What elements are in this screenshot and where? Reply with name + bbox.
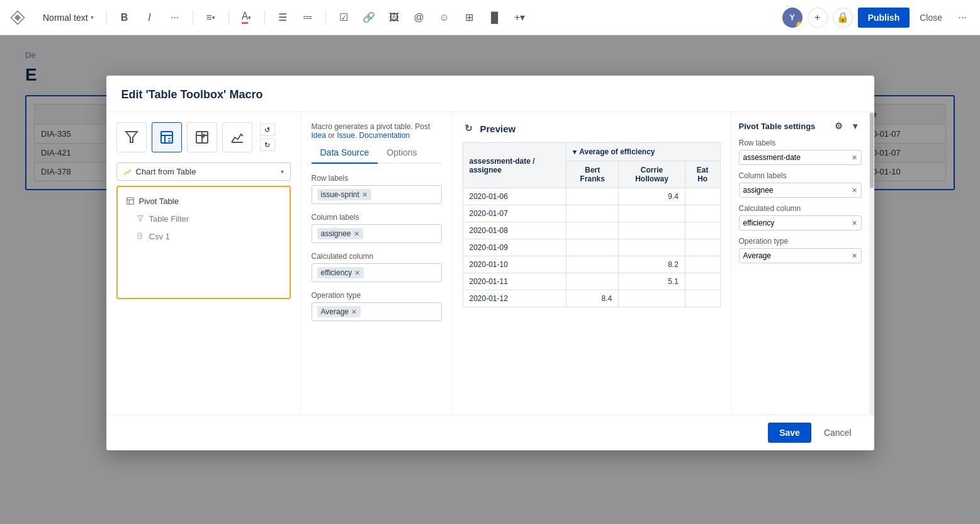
bullet-list-button[interactable]: ☰ [273, 8, 293, 28]
panel-description: Macro generates a pivot table. Post Idea… [312, 122, 442, 140]
source-tree: Pivot Table Table Filter [116, 186, 291, 299]
pivot-calc-close-icon[interactable]: ✕ [852, 219, 857, 227]
undo-redo-group: ↺ ↻ [260, 123, 275, 151]
calc-col-input[interactable]: efficiency ✕ [312, 263, 442, 282]
col-labels-input[interactable]: assignee ✕ [312, 224, 442, 243]
more-format-button[interactable]: ··· [165, 8, 185, 28]
left-panel: ↺ ↻ Chart from Table ▾ [106, 112, 301, 414]
numbered-list-button[interactable]: ≔ [298, 8, 318, 28]
issue-link[interactable]: Issue [337, 131, 355, 140]
pivot-op-close-icon[interactable]: ✕ [852, 252, 857, 260]
modal-footer: Save Cancel [106, 414, 874, 450]
pivot-settings-panel: Pivot Table settings ⚙ ▾ Row labels asse… [731, 112, 869, 414]
calc-col-group: Calculated column efficiency ✕ [312, 252, 442, 282]
value-cell: 5.1 [619, 273, 685, 290]
value-cell [566, 222, 619, 239]
pivot-row-close-icon[interactable]: ✕ [852, 154, 857, 162]
pivot-col-labels-label: Column labels [739, 171, 862, 180]
settings-gear-icon[interactable]: ⚙ [833, 120, 845, 132]
row-labels-group: Row labels issue-sprint ✕ [312, 174, 442, 204]
settings-expand-icon[interactable]: ▾ [849, 120, 862, 132]
pivot-row-tag: assessment-date ✕ [739, 150, 862, 165]
idea-link[interactable]: Idea [312, 131, 326, 140]
scrollbar-track[interactable] [869, 112, 874, 414]
lock-button[interactable]: 🔒 [833, 8, 853, 28]
more-options-button[interactable]: ··· [952, 8, 972, 28]
calc-col-label: Calculated column [312, 252, 442, 261]
pivot-col-tag: assignee ✕ [739, 183, 862, 198]
text-color-button[interactable]: A ▾ [237, 8, 257, 28]
avatar: Y V [782, 8, 803, 28]
edit-macro-button[interactable] [187, 122, 217, 152]
pivot-calc-col-label: Calculated column [739, 204, 862, 213]
normal-text-button[interactable]: Normal text ▾ [38, 10, 99, 25]
column-button[interactable]: ▐▌ [485, 8, 505, 28]
tab-data-source[interactable]: Data Source [312, 142, 378, 164]
value-cell [566, 256, 619, 273]
separator [325, 10, 326, 25]
value-cell [685, 188, 720, 205]
pivot-macro-button[interactable] [152, 122, 182, 152]
op-type-input[interactable]: Average ✕ [312, 302, 442, 321]
svg-rect-8 [127, 198, 133, 205]
undo-button[interactable]: ↺ [260, 123, 275, 136]
preview-area: ↻ Preview assessment-date / assignee ▾ A… [453, 112, 731, 414]
svg-marker-11 [137, 216, 143, 222]
tag-close-icon[interactable]: ✕ [362, 191, 368, 199]
source-dropdown[interactable]: Chart from Table ▾ [116, 162, 291, 181]
table-filter-icon [135, 214, 145, 224]
value-cell [685, 273, 720, 290]
refresh-icon[interactable]: ↻ [463, 122, 475, 135]
table-row: 2020-01-09 [463, 239, 720, 256]
table-row: 2020-01-11 5.1 [463, 273, 720, 290]
date-cell: 2020-01-07 [463, 205, 566, 222]
macro-icon-row: ↺ ↻ [116, 122, 291, 152]
op-type-group: Operation type Average ✕ [312, 291, 442, 321]
close-button[interactable]: Close [915, 8, 947, 28]
pivot-table-item[interactable]: Pivot Table [123, 192, 284, 210]
tag-close-icon[interactable]: ✕ [351, 308, 357, 316]
app-logo [8, 8, 28, 28]
table-row: 2020-01-10 8.2 [463, 256, 720, 273]
mention-button[interactable]: @ [409, 8, 429, 28]
italic-button[interactable]: I [140, 8, 160, 28]
cancel-button[interactable]: Cancel [816, 423, 859, 443]
avg-efficiency-header: ▾ Average of efficiency [566, 143, 720, 161]
pivot-calc-col-tag: efficiency ✕ [739, 215, 862, 231]
csv-item[interactable]: Csv 1 [123, 227, 284, 245]
task-button[interactable]: ☑ [334, 8, 354, 28]
value-cell [619, 222, 685, 239]
redo-button[interactable]: ↻ [260, 139, 275, 151]
tag-close-icon[interactable]: ✕ [354, 269, 360, 277]
row-labels-input[interactable]: issue-sprint ✕ [312, 185, 442, 204]
align-button[interactable]: ≡▾ [201, 8, 221, 28]
table-filter-item[interactable]: Table Filter [123, 210, 284, 227]
value-cell [685, 222, 720, 239]
add-user-button[interactable]: + [808, 8, 828, 28]
image-button[interactable]: 🖼 [384, 8, 404, 28]
scrollbar-thumb[interactable] [870, 113, 874, 188]
filter-macro-button[interactable] [116, 122, 147, 152]
save-button[interactable]: Save [768, 423, 811, 443]
separator [193, 10, 193, 25]
docs-link[interactable]: Documentation [359, 131, 410, 140]
row-header-cell: assessment-date / assignee [463, 143, 566, 188]
value-cell [619, 290, 685, 307]
tag-close-icon[interactable]: ✕ [354, 230, 359, 238]
table-button[interactable]: ⊞ [459, 8, 480, 28]
table-row: 2020-01-08 [463, 222, 720, 239]
emoji-button[interactable]: ☺ [434, 8, 454, 28]
chart-macro-button[interactable] [222, 122, 252, 152]
publish-button[interactable]: Publish [858, 8, 910, 28]
link-button[interactable]: 🔗 [359, 8, 379, 28]
op-type-tag: Average ✕ [317, 306, 361, 317]
pivot-op-type-label: Operation type [739, 237, 862, 246]
pivot-col-close-icon[interactable]: ✕ [852, 186, 857, 195]
preview-table: assessment-date / assignee ▾ Average of … [463, 142, 721, 307]
value-cell [685, 290, 720, 307]
row-labels-tag: issue-sprint ✕ [317, 189, 371, 200]
tab-options[interactable]: Options [378, 142, 425, 164]
insert-more-button[interactable]: +▾ [510, 8, 530, 28]
date-cell: 2020-01-09 [463, 239, 566, 256]
bold-button[interactable]: B [115, 8, 135, 28]
